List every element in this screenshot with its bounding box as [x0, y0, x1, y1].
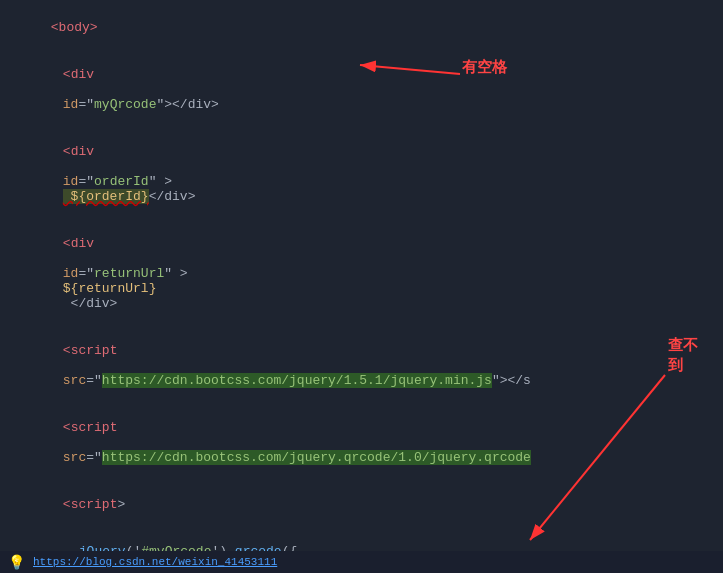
code-line-1: <body> — [0, 4, 723, 51]
tag-body: <body> — [51, 20, 98, 35]
code-line-7: <script> — [0, 481, 723, 528]
code-editor: <body> <div id="myQrcode"></div> <div id… — [0, 0, 723, 573]
bottom-url[interactable]: https://blog.csdn.net/weixin_41453111 — [33, 556, 277, 568]
code-line-3: <div id="orderId" > ${orderId}</div> — [0, 128, 723, 220]
bottom-bar: 💡 https://blog.csdn.net/weixin_41453111 — [0, 551, 723, 573]
code-line-4: <div id="returnUrl" > ${returnUrl} </div… — [0, 220, 723, 327]
code-line-5: <script src="https://cdn.bootcss.com/jqu… — [0, 327, 723, 404]
warning-icon: 💡 — [8, 554, 25, 571]
tag-div-open: < — [63, 67, 71, 82]
code-line-6: <script src="https://cdn.bootcss.com/jqu… — [0, 404, 723, 481]
code-line-2: <div id="myQrcode"></div> — [0, 51, 723, 128]
